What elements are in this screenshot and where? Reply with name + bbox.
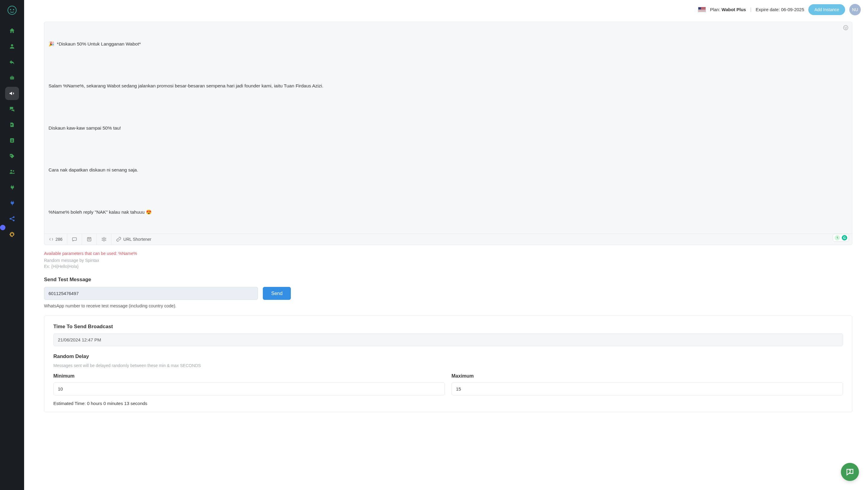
nav-plug-alt[interactable] bbox=[5, 196, 19, 210]
svg-point-28 bbox=[105, 240, 106, 241]
test-number-input[interactable] bbox=[44, 287, 258, 300]
broadcast-time-input[interactable] bbox=[53, 333, 843, 346]
editor-line: Cara nak dapatkan diskaun ni senang saja… bbox=[49, 166, 846, 173]
toolbar-url-shortener[interactable]: URL Shortener bbox=[112, 234, 156, 245]
random-delay-label: Random Delay bbox=[53, 354, 843, 360]
nav-export[interactable] bbox=[5, 118, 19, 131]
editor-line: 🎉 *Diskaun 50% Untuk Langganan Wabot* bbox=[49, 40, 846, 47]
svg-rect-4 bbox=[10, 76, 14, 79]
main-area: Plan: Wabot Plus | Expire date: 06-09-20… bbox=[24, 0, 868, 490]
svg-point-11 bbox=[13, 170, 14, 172]
add-instance-button[interactable]: Add Instance bbox=[808, 4, 845, 15]
toolbar-save-icon[interactable] bbox=[82, 234, 97, 245]
nav-robot[interactable] bbox=[5, 71, 19, 84]
svg-point-17 bbox=[844, 26, 848, 30]
nav-comments[interactable] bbox=[5, 102, 19, 116]
nav-gear[interactable] bbox=[5, 228, 19, 241]
svg-point-18 bbox=[845, 27, 845, 28]
toolbar-chat-icon[interactable] bbox=[67, 234, 82, 245]
editor-toolbar: 286 URL Shortener bbox=[44, 234, 852, 245]
app-logo bbox=[6, 5, 18, 16]
svg-point-26 bbox=[105, 238, 106, 239]
sidebar-scroll-indicator bbox=[0, 225, 5, 230]
sidebar bbox=[0, 0, 24, 490]
editor-line: %Name% boleh reply "NAK" kalau nak tahuu… bbox=[49, 209, 846, 215]
svg-point-3 bbox=[11, 44, 13, 47]
svg-point-10 bbox=[10, 170, 12, 172]
nav-user[interactable] bbox=[5, 40, 19, 53]
help-fab[interactable] bbox=[841, 463, 859, 481]
nav-address-book[interactable] bbox=[5, 134, 19, 147]
svg-point-22 bbox=[103, 239, 105, 240]
svg-point-0 bbox=[8, 6, 16, 14]
svg-point-27 bbox=[102, 240, 103, 241]
char-count: 286 bbox=[44, 234, 67, 245]
svg-point-29 bbox=[849, 472, 850, 473]
time-to-send-label: Time To Send Broadcast bbox=[53, 324, 843, 330]
char-count-value: 286 bbox=[56, 237, 62, 242]
minimum-label: Minimum bbox=[53, 373, 445, 379]
nav-tags[interactable] bbox=[5, 150, 19, 163]
random-delay-help: Messages sent will be delayed randomly b… bbox=[53, 363, 843, 368]
svg-line-16 bbox=[11, 219, 13, 220]
topbar-divider: | bbox=[750, 7, 751, 12]
toolbar-ai-icon[interactable] bbox=[97, 234, 112, 245]
broadcast-settings-card: Time To Send Broadcast Random Delay Mess… bbox=[44, 315, 852, 412]
nav-plug[interactable] bbox=[5, 181, 19, 194]
editor-line: Salam %Name%, sekarang Wabot sedang jala… bbox=[49, 82, 846, 89]
svg-point-1 bbox=[10, 9, 11, 10]
svg-point-19 bbox=[846, 27, 847, 28]
nav-reply[interactable] bbox=[5, 56, 19, 69]
content-scroll: 🎉 *Diskaun 50% Untuk Langganan Wabot* Sa… bbox=[24, 19, 868, 490]
svg-point-25 bbox=[102, 238, 103, 239]
svg-rect-21 bbox=[87, 238, 91, 241]
nav-home[interactable] bbox=[5, 24, 19, 37]
emoji-picker-icon[interactable] bbox=[843, 25, 848, 32]
svg-point-9 bbox=[11, 139, 13, 141]
maximum-input[interactable] bbox=[452, 382, 843, 395]
send-test-button[interactable]: Send bbox=[263, 287, 291, 300]
url-shortener-label: URL Shortener bbox=[123, 237, 151, 242]
svg-point-2 bbox=[13, 9, 14, 10]
svg-line-15 bbox=[11, 217, 13, 218]
maximum-label: Maximum bbox=[452, 373, 843, 379]
test-help-text: WhatsApp number to receive test message … bbox=[44, 303, 852, 308]
svg-rect-20 bbox=[73, 238, 77, 241]
hint-spintax: Random message by Spintax Ex: {Hi|Hello|… bbox=[44, 258, 852, 269]
nav-bullhorn[interactable] bbox=[5, 87, 19, 100]
plan-label: Plan: Wabot Plus bbox=[710, 7, 746, 12]
svg-point-23 bbox=[104, 238, 104, 238]
editor-line: Diskaun kaw-kaw sampai 50% tau! bbox=[49, 124, 846, 131]
send-test-label: Send Test Message bbox=[44, 277, 852, 283]
svg-point-24 bbox=[104, 241, 104, 241]
nav-share-nodes[interactable] bbox=[5, 212, 19, 225]
minimum-input[interactable] bbox=[53, 382, 445, 395]
nav-users[interactable] bbox=[5, 165, 19, 178]
message-textarea[interactable]: 🎉 *Diskaun 50% Untuk Langganan Wabot* Sa… bbox=[44, 22, 852, 234]
topbar: Plan: Wabot Plus | Expire date: 06-09-20… bbox=[24, 0, 868, 19]
flag-icon[interactable] bbox=[698, 7, 706, 12]
grammarly-badge[interactable]: G bbox=[833, 234, 849, 242]
estimated-time: Estimated Time: 0 hours 0 minutes 13 sec… bbox=[53, 401, 843, 406]
expire-label: Expire date: 06-09-2025 bbox=[755, 7, 804, 12]
svg-point-6 bbox=[12, 78, 13, 79]
user-avatar[interactable]: NU bbox=[849, 4, 861, 16]
svg-point-5 bbox=[11, 78, 12, 79]
message-editor: 🎉 *Diskaun 50% Untuk Langganan Wabot* Sa… bbox=[44, 22, 852, 245]
hint-parameters: Available parameters that can be used: %… bbox=[44, 251, 852, 256]
